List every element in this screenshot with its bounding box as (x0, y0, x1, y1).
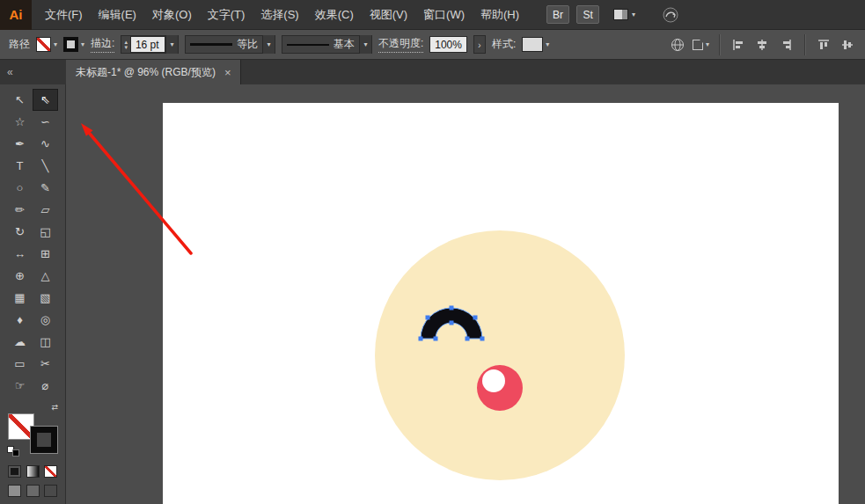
chevron-down-icon: ▾ (706, 40, 709, 48)
selection-handle[interactable] (434, 337, 438, 341)
width-profile-dropdown[interactable]: 等比 ▾ (185, 35, 275, 54)
width-tool[interactable]: ↔ (7, 243, 33, 265)
shape-builder-tool[interactable]: ⊕ (7, 265, 33, 287)
big-circle-shape[interactable] (375, 230, 625, 480)
perspective-grid-tool[interactable]: △ (33, 265, 58, 287)
zoom-tool[interactable]: ⌀ (33, 375, 58, 397)
document-setup-button[interactable]: ▾ (693, 40, 709, 50)
sync-icon[interactable] (662, 6, 679, 24)
scale-tool[interactable]: ◱ (33, 221, 58, 243)
gradient-button[interactable] (26, 465, 40, 478)
document-tab[interactable]: 未标题-1* @ 96% (RGB/预览) × (66, 60, 241, 84)
mini-stroke (12, 449, 19, 457)
menu-object[interactable]: 对象(O) (144, 0, 200, 30)
stroke-weight-value[interactable]: 16 pt (130, 36, 165, 53)
blend-tool[interactable]: ◎ (33, 309, 58, 331)
swap-fill-stroke-icon[interactable]: ⇄ (51, 403, 58, 412)
column-graph-tool[interactable]: ◫ (33, 331, 58, 353)
draw-behind-button[interactable] (26, 485, 40, 497)
stroke-swatch[interactable] (31, 427, 57, 453)
chevron-down-icon[interactable]: ▾ (165, 35, 178, 54)
fill-color-control[interactable]: ▾ (36, 37, 57, 52)
hand-tool[interactable]: ☞ (7, 375, 33, 397)
style-swatch (522, 37, 543, 52)
stepper-arrows-icon[interactable]: ▴▾ (121, 40, 130, 50)
tab-close-icon[interactable]: × (224, 66, 231, 79)
fill-none-swatch (36, 37, 51, 52)
align-vertical-center-icon[interactable] (839, 35, 856, 55)
stroke-color-control[interactable]: ▾ (63, 37, 84, 52)
ellipse-tool[interactable]: ○ (7, 177, 33, 199)
menu-select[interactable]: 选择(S) (253, 0, 306, 30)
align-left-icon[interactable] (729, 35, 747, 55)
app-logo[interactable]: Ai (0, 0, 32, 30)
artboard-tool[interactable]: ▭ (7, 353, 33, 375)
style-swatch-control[interactable]: ▾ (522, 37, 549, 52)
curvature-tool[interactable]: ∿ (33, 133, 58, 155)
opacity-label[interactable]: 不透明度: (378, 36, 423, 53)
selection-handle[interactable] (480, 337, 485, 341)
symbol-sprayer-tool[interactable]: ☁ (7, 331, 33, 353)
globe-icon[interactable] (669, 35, 686, 55)
gradient-tool[interactable]: ▧ (33, 287, 58, 309)
pen-tool[interactable]: ✒ (7, 133, 33, 155)
selection-handle[interactable] (426, 316, 430, 320)
stroke-weight-label[interactable]: 描边: (91, 36, 114, 53)
direct-selection-tool[interactable]: ⇖ (33, 89, 58, 111)
brush-line-icon (287, 44, 329, 46)
chevron-down-icon: ▾ (359, 35, 371, 54)
free-transform-tool[interactable]: ⊞ (33, 243, 58, 265)
default-fill-stroke-icon[interactable] (7, 446, 19, 457)
menu-type[interactable]: 文字(T) (200, 0, 253, 30)
slice-tool[interactable]: ✂ (33, 353, 58, 375)
none-button[interactable] (44, 465, 57, 478)
menu-effect[interactable]: 效果(C) (307, 0, 362, 30)
main-area: ↖⇖☆∽✒∿T╲○✎✏▱↻◱↔⊞⊕△▦▧♦◎☁◫▭✂☞⌀ ⇄ (0, 84, 865, 504)
bridge-button[interactable]: Br (546, 5, 569, 24)
selection-type-label: 路径 (9, 37, 30, 52)
selection-handle[interactable] (465, 337, 470, 341)
menu-list: 文件(F) 编辑(E) 对象(O) 文字(T) 选择(S) 效果(C) 视图(V… (37, 0, 527, 30)
type-tool[interactable]: T (7, 155, 33, 177)
tool-panel: ↖⇖☆∽✒∿T╲○✎✏▱↻◱↔⊞⊕△▦▧♦◎☁◫▭✂☞⌀ ⇄ (0, 84, 66, 504)
draw-normal-button[interactable] (8, 485, 21, 497)
align-horizontal-center-icon[interactable] (753, 35, 771, 55)
mesh-tool[interactable]: ▦ (7, 287, 33, 309)
workspace-switcher[interactable]: ▾ (613, 9, 635, 20)
selection-handle[interactable] (473, 316, 478, 320)
brush-definition-value: 基本 (334, 37, 355, 52)
menu-file[interactable]: 文件(F) (37, 0, 91, 30)
lasso-tool[interactable]: ∽ (33, 111, 58, 133)
align-right-icon[interactable] (777, 35, 795, 55)
menu-view[interactable]: 视图(V) (362, 0, 415, 30)
menu-window[interactable]: 窗口(W) (415, 0, 473, 30)
canvas-area[interactable] (66, 84, 865, 504)
rotate-tool[interactable]: ↻ (7, 221, 33, 243)
magic-wand-tool[interactable]: ☆ (7, 111, 33, 133)
draw-inside-button[interactable] (44, 485, 57, 497)
selection-tool[interactable]: ↖ (7, 89, 33, 111)
opacity-expand-button[interactable]: › (473, 35, 486, 54)
style-label: 样式: (492, 37, 516, 52)
selection-handle[interactable] (450, 306, 454, 310)
collapse-panels-icon[interactable]: « (0, 60, 66, 84)
selection-handle[interactable] (450, 321, 454, 325)
align-top-icon[interactable] (815, 35, 832, 55)
chevron-down-icon: ▾ (546, 40, 549, 48)
eyedropper-tool[interactable]: ♦ (7, 309, 33, 331)
eraser-tool[interactable]: ▱ (33, 199, 58, 221)
color-button[interactable] (8, 465, 21, 478)
selection-handle[interactable] (419, 337, 423, 341)
stock-button[interactable]: St (576, 5, 599, 24)
chevron-down-icon: ▾ (54, 40, 57, 48)
brush-definition-dropdown[interactable]: 基本 ▾ (282, 35, 372, 54)
draw-mode-row (8, 485, 57, 497)
paintbrush-tool[interactable]: ✎ (33, 177, 58, 199)
line-segment-tool[interactable]: ╲ (33, 155, 58, 177)
menu-edit[interactable]: 编辑(E) (91, 0, 144, 30)
stroke-weight-stepper[interactable]: ▴▾ 16 pt ▾ (121, 35, 179, 54)
pencil-tool[interactable]: ✏ (7, 199, 33, 221)
donut-hole-shape[interactable] (482, 369, 505, 392)
menu-help[interactable]: 帮助(H) (473, 0, 527, 30)
opacity-value-field[interactable]: 100% (429, 36, 467, 53)
